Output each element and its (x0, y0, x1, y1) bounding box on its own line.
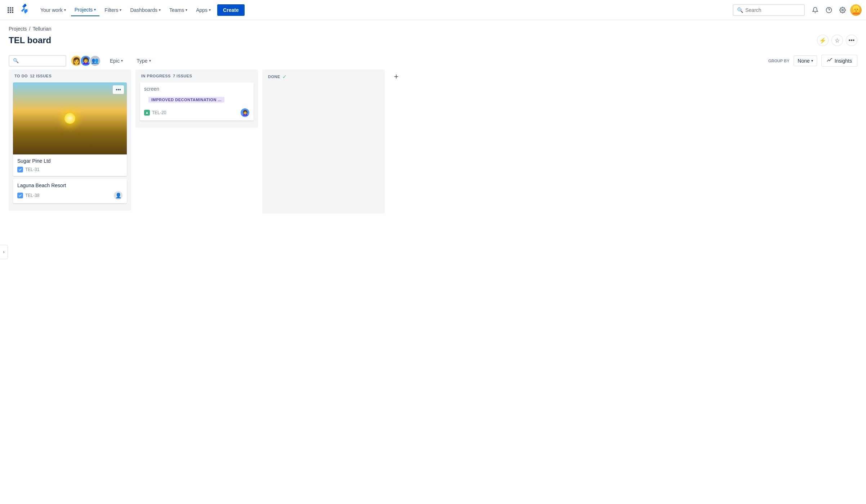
epic-filter-button[interactable]: Epic ▾ (105, 55, 128, 66)
assignee-avatar-icon-2: 👩‍🦱 (242, 110, 248, 116)
type-filter-button[interactable]: Type ▾ (132, 55, 155, 66)
svg-rect-8 (12, 12, 13, 13)
svg-rect-4 (10, 9, 11, 11)
chevron-down-icon: ▾ (64, 8, 66, 12)
sidebar-toggle-button[interactable]: › (0, 245, 8, 259)
lightning-icon-button[interactable]: ⚡ (817, 35, 829, 46)
card-tel-38[interactable]: Laguna Beach Resort TEL-38 👤 (13, 179, 127, 203)
story-icon (144, 110, 150, 116)
card-body-tel-31: Sugar Pine Ltd TEL-31 (13, 154, 127, 176)
chevron-down-icon: ▾ (120, 8, 121, 12)
card-body-tel-20: TEL-20 👩‍🦱 (140, 108, 254, 121)
main-content: Projects / Tellurian TEL board ⚡ ☆ ••• 🔍… (0, 20, 866, 501)
settings-icon[interactable] (836, 4, 849, 16)
nav-dashboards[interactable]: Dashboards ▾ (126, 4, 164, 16)
breadcrumb-projects-link[interactable]: Projects (9, 26, 27, 32)
more-actions-button[interactable]: ••• (846, 35, 857, 46)
epic-label: IMPROVED DECONTAMINATION ... (148, 97, 224, 103)
column-inprogress-header: IN PROGRESS 7 ISSUES (140, 74, 254, 78)
chevron-down-icon: ▾ (186, 8, 187, 12)
top-navigation: Your work ▾ Projects ▾ Filters ▾ Dashboa… (0, 0, 866, 20)
svg-rect-1 (10, 7, 11, 9)
card-menu-button[interactable]: ••• (113, 85, 124, 94)
assignee-avatar-icon: 👤 (115, 193, 121, 198)
page-title: TEL board (9, 35, 51, 45)
column-done-title: DONE (268, 75, 280, 79)
board-search-input[interactable] (21, 58, 61, 64)
user-avatar[interactable]: 👱 (850, 4, 862, 16)
search-input[interactable] (745, 7, 796, 13)
chevron-down-icon: ▾ (811, 59, 813, 63)
insights-button[interactable]: Insights (821, 55, 857, 67)
task-icon (17, 167, 23, 172)
breadcrumb-separator: / (29, 26, 31, 32)
card-title-tel-31: Sugar Pine Ltd (17, 158, 122, 164)
nav-your-work[interactable]: Your work ▾ (37, 4, 70, 16)
breadcrumb: Projects / Tellurian (0, 20, 866, 32)
column-done-header: DONE ✓ (267, 74, 380, 80)
landscape-image (13, 82, 127, 154)
chevron-down-icon: ▾ (209, 8, 211, 12)
svg-rect-3 (8, 9, 9, 11)
create-button[interactable]: Create (217, 4, 245, 16)
group-by-label: GROUP BY (768, 59, 789, 63)
svg-rect-7 (10, 12, 11, 13)
star-icon-button[interactable]: ☆ (831, 35, 843, 46)
nav-right-icons: 👱 (809, 4, 862, 16)
svg-point-11 (842, 9, 844, 11)
card-id-tel-38: TEL-38 (25, 193, 39, 198)
help-icon[interactable] (823, 4, 835, 16)
svg-rect-6 (8, 12, 9, 13)
insights-chart-icon (827, 57, 832, 64)
board-toolbar: 🔍 👩 👩‍🦱 👥 Epic ▾ Type ▾ GROUP BY None (0, 52, 866, 69)
task-icon (17, 193, 23, 198)
column-inprogress-title: IN PROGRESS (141, 74, 171, 78)
avatar-filter-3[interactable]: 👥 (89, 55, 101, 67)
column-todo-count: 12 ISSUES (30, 74, 52, 78)
card-assignee-tel-20: 👩‍🦱 (241, 108, 249, 117)
nav-teams[interactable]: Teams ▾ (166, 4, 191, 16)
card-scrolled-text: screen (140, 82, 254, 92)
nav-filters[interactable]: Filters ▾ (101, 4, 125, 16)
breadcrumb-project-link[interactable]: Tellurian (32, 26, 51, 32)
chevron-down-icon: ▾ (121, 59, 123, 63)
svg-rect-0 (8, 7, 9, 9)
chevron-down-icon: ▾ (149, 59, 151, 63)
nav-projects[interactable]: Projects ▾ (71, 4, 100, 16)
avatar-3-icon: 👥 (91, 57, 99, 64)
notifications-icon[interactable] (809, 4, 821, 16)
avatar-1-icon: 👩 (72, 57, 80, 65)
grid-menu-icon[interactable] (4, 4, 17, 16)
board-search-box[interactable]: 🔍 (9, 55, 66, 67)
header-actions: ⚡ ☆ ••• (817, 35, 857, 46)
column-todo: TO DO 12 ISSUES ••• Sugar Pine Ltd (9, 69, 131, 211)
card-tel-20[interactable]: screen IMPROVED DECONTAMINATION ... TEL-… (140, 82, 254, 121)
card-body-tel-38: Laguna Beach Resort TEL-38 👤 (13, 179, 127, 203)
add-column-button[interactable]: + (389, 69, 403, 84)
column-done: DONE ✓ (262, 69, 385, 213)
chevron-down-icon: ▾ (159, 8, 161, 12)
avatar-2-icon: 👩‍🦱 (82, 57, 90, 65)
card-title-tel-38: Laguna Beach Resort (17, 183, 122, 188)
column-todo-header: TO DO 12 ISSUES (13, 74, 127, 78)
card-id-tel-20: TEL-20 (152, 110, 166, 115)
card-assignee-tel-38: 👤 (114, 191, 122, 200)
group-by-select[interactable]: None ▾ (794, 55, 817, 66)
column-inprogress: IN PROGRESS 7 ISSUES screen IMPROVED DEC… (135, 69, 258, 128)
search-box[interactable]: 🔍 (733, 4, 805, 16)
nav-apps[interactable]: Apps ▾ (192, 4, 214, 16)
card-footer-tel-38: TEL-38 👤 (17, 191, 122, 200)
card-tel-31[interactable]: ••• Sugar Pine Ltd TEL-31 (13, 82, 127, 176)
card-id-tel-31: TEL-31 (25, 167, 39, 172)
svg-rect-5 (12, 9, 13, 11)
column-todo-title: TO DO (14, 74, 28, 78)
svg-rect-2 (12, 7, 13, 9)
board-search-icon: 🔍 (13, 58, 19, 63)
chevron-down-icon: ▾ (94, 8, 96, 12)
done-check-icon: ✓ (282, 74, 287, 80)
kanban-board: TO DO 12 ISSUES ••• Sugar Pine Ltd (0, 69, 866, 501)
jira-logo[interactable] (19, 3, 31, 17)
card-footer-tel-20: TEL-20 👩‍🦱 (144, 108, 249, 117)
card-image-tel-31: ••• (13, 82, 127, 154)
column-inprogress-count: 7 ISSUES (173, 74, 192, 78)
